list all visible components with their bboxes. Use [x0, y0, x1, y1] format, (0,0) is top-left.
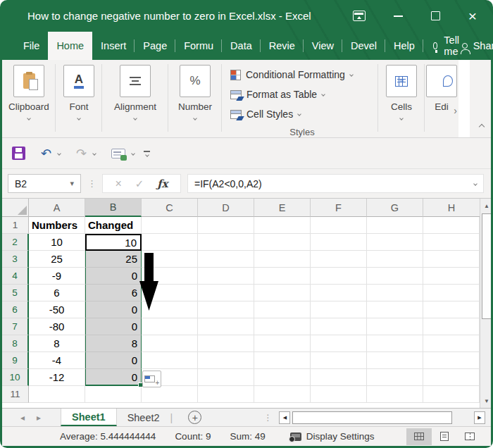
- row-header-7[interactable]: 7: [2, 318, 29, 335]
- format-as-table-button[interactable]: Format as Table: [230, 85, 325, 104]
- row-header-4[interactable]: 4: [2, 268, 29, 285]
- tab-review[interactable]: Revie: [261, 32, 304, 60]
- empty-cells[interactable]: [142, 217, 480, 234]
- next-sheet-icon[interactable]: ▸: [37, 413, 41, 423]
- cell-B6[interactable]: 0: [85, 301, 142, 318]
- sheet-bar-splitter[interactable]: ⋮: [263, 409, 272, 426]
- row-header-1[interactable]: 1: [2, 217, 29, 234]
- cells-button[interactable]: [386, 65, 417, 97]
- vertical-scroll-thumb[interactable]: [482, 213, 491, 319]
- display-settings-button[interactable]: Display Settings: [290, 431, 375, 442]
- empty-cells[interactable]: [142, 386, 480, 403]
- insert-function-icon[interactable]: ƒx: [157, 178, 168, 190]
- collapse-ribbon-icon[interactable]: [479, 124, 485, 130]
- empty-cells[interactable]: [142, 285, 480, 301]
- empty-cells[interactable]: [142, 234, 480, 251]
- normal-view-button[interactable]: [406, 428, 432, 445]
- tab-home[interactable]: Home: [48, 32, 92, 60]
- scroll-down-icon[interactable]: ▼: [480, 394, 491, 408]
- horizontal-scroll-track[interactable]: [292, 411, 467, 424]
- editing-button[interactable]: [426, 65, 457, 97]
- maximize-icon[interactable]: [431, 11, 440, 20]
- page-break-view-button[interactable]: [457, 428, 482, 445]
- cell-B8[interactable]: 8: [85, 335, 142, 352]
- sheet-tab-sheet2[interactable]: Sheet2: [117, 409, 170, 426]
- cell-A7[interactable]: -80: [29, 318, 85, 335]
- column-header-A[interactable]: A: [29, 199, 85, 217]
- cell-A3[interactable]: 25: [29, 251, 85, 268]
- name-box-arrow-icon[interactable]: ▾: [70, 179, 74, 188]
- name-box[interactable]: B2 ▾: [8, 174, 81, 193]
- empty-cells[interactable]: [142, 369, 480, 386]
- select-all-corner[interactable]: [2, 199, 29, 217]
- cancel-icon[interactable]: ×: [115, 178, 121, 190]
- tab-data[interactable]: Data: [222, 32, 261, 60]
- row-header-9[interactable]: 9: [2, 352, 29, 369]
- editing-flyout-icon[interactable]: ›: [454, 105, 457, 116]
- row-header-10[interactable]: 10: [2, 369, 29, 386]
- share-button[interactable]: Share: [462, 32, 493, 60]
- row-header-3[interactable]: 3: [2, 251, 29, 268]
- formula-bar-splitter[interactable]: ⋮: [87, 178, 96, 189]
- auto-fill-options-button[interactable]: +: [142, 371, 161, 387]
- customize-toolbar-icon[interactable]: [144, 151, 150, 156]
- alignment-button[interactable]: [120, 65, 151, 97]
- cell-B9[interactable]: 0: [85, 352, 142, 369]
- tab-help[interactable]: Help: [385, 32, 423, 60]
- column-header-C[interactable]: C: [142, 199, 198, 217]
- tab-developer[interactable]: Devel: [342, 32, 385, 60]
- sheet-tab-sheet1[interactable]: Sheet1: [61, 409, 117, 426]
- cell-B4[interactable]: 0: [85, 268, 142, 285]
- cell-B10[interactable]: 0: [85, 369, 142, 386]
- minimize-icon[interactable]: [394, 15, 403, 17]
- font-dropdown-icon[interactable]: [77, 116, 81, 120]
- expand-formula-bar-icon[interactable]: [473, 182, 478, 186]
- cell-A2[interactable]: 10: [29, 234, 85, 251]
- formula-input[interactable]: =IF(A2<0,0,A2): [187, 174, 484, 193]
- cell-B7[interactable]: 0: [85, 318, 142, 335]
- email-icon[interactable]: [111, 149, 125, 158]
- alignment-dropdown-icon[interactable]: [133, 116, 137, 120]
- column-header-F[interactable]: F: [311, 199, 367, 217]
- number-dropdown-icon[interactable]: [193, 116, 197, 120]
- cell-styles-button[interactable]: Cell Styles: [230, 104, 301, 124]
- cell-B2-active[interactable]: 10: [85, 234, 142, 251]
- clipboard-dropdown-icon[interactable]: [27, 116, 31, 120]
- redo-dropdown-icon[interactable]: [92, 151, 96, 156]
- scroll-left-icon[interactable]: ◀: [279, 411, 290, 424]
- number-button[interactable]: %: [180, 65, 211, 97]
- horizontal-scroll-thumb[interactable]: [292, 411, 451, 424]
- cell-A9[interactable]: -4: [29, 352, 85, 369]
- cell-B5[interactable]: 6: [85, 285, 142, 301]
- cell-A1[interactable]: Numbers: [29, 217, 85, 234]
- empty-cells[interactable]: [142, 268, 480, 285]
- tab-formulas[interactable]: Formu: [175, 32, 222, 60]
- redo-icon[interactable]: ↷: [76, 147, 87, 160]
- cell-A5[interactable]: 6: [29, 285, 85, 301]
- ribbon-display-options-icon[interactable]: [353, 11, 366, 21]
- scroll-right-icon[interactable]: ▶: [474, 411, 485, 424]
- close-icon[interactable]: ×: [468, 8, 477, 23]
- row-header-6[interactable]: 6: [2, 301, 29, 318]
- column-header-H[interactable]: H: [423, 199, 480, 217]
- cell-A8[interactable]: 8: [29, 335, 85, 352]
- cell-A11[interactable]: [29, 386, 85, 403]
- conditional-formatting-button[interactable]: Conditional Formatting: [230, 65, 353, 85]
- empty-cells[interactable]: [142, 335, 480, 352]
- cell-B3[interactable]: 25: [85, 251, 142, 268]
- empty-cells[interactable]: [142, 301, 480, 318]
- enter-icon[interactable]: ✓: [135, 178, 144, 190]
- save-icon[interactable]: [12, 147, 25, 160]
- empty-cells[interactable]: [142, 318, 480, 335]
- tab-page-layout[interactable]: Page: [135, 32, 175, 60]
- cell-B11[interactable]: [85, 386, 142, 403]
- undo-icon[interactable]: ↶: [41, 147, 51, 160]
- cell-A10[interactable]: -12: [29, 369, 85, 386]
- tab-view[interactable]: View: [304, 32, 342, 60]
- empty-cells[interactable]: [142, 352, 480, 369]
- column-header-G[interactable]: G: [367, 199, 423, 217]
- horizontal-scrollbar[interactable]: ◀ ▶: [279, 409, 485, 426]
- column-header-B[interactable]: B: [85, 199, 142, 217]
- column-header-E[interactable]: E: [254, 199, 311, 217]
- tab-file[interactable]: File: [15, 32, 48, 60]
